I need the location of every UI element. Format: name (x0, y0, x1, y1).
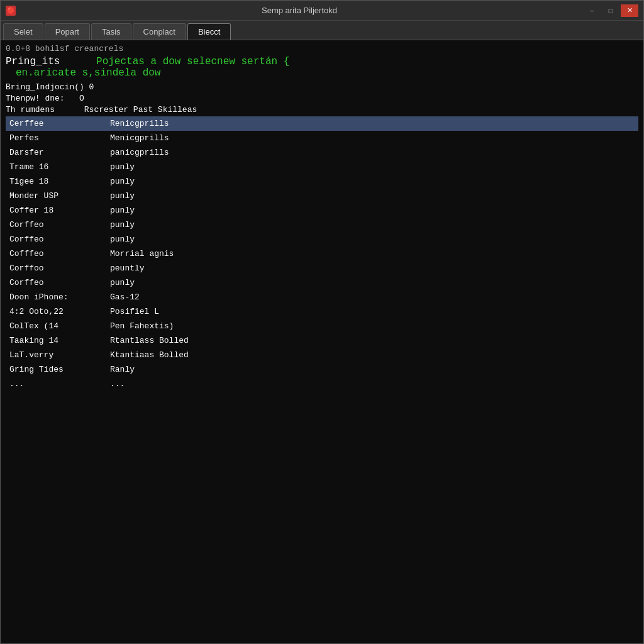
row-col1: ColTex (14 (6, 319, 106, 333)
info-bring: Bring_Indjocin() 0 (6, 82, 638, 92)
row-col1: Cofffeo (6, 247, 106, 261)
row-col2: punly (106, 275, 638, 290)
row-col1: Cerffee (6, 116, 106, 131)
row-col2: Pen Fahextis) (106, 319, 638, 333)
window-controls: − □ ✕ (583, 4, 638, 17)
table-row[interactable]: Corffeopunly (6, 232, 638, 247)
close-button[interactable]: ✕ (621, 4, 638, 17)
table-row[interactable]: CofffeoMorrial agnis (6, 247, 638, 261)
maximize-button[interactable]: □ (602, 4, 619, 17)
row-col1: 4:2 Ooto,22 (6, 304, 106, 319)
window-title: Semp arita Piljertokd (16, 6, 583, 15)
row-col1: Perfes (6, 131, 106, 145)
row-col1: ... (6, 377, 106, 391)
data-table: CerffeeRenicgprillsPerfesMenicgprillsDar… (6, 116, 638, 391)
row-col2: Posifiel L (106, 304, 638, 319)
code-prefix: Pring_its (6, 56, 60, 67)
row-col1: Corffeo (6, 232, 106, 247)
tab-tasis[interactable]: Tasis (91, 23, 131, 40)
table-row[interactable]: ColTex (14Pen Fahextis) (6, 319, 638, 333)
row-col1: Tigee 18 (6, 174, 106, 189)
code-green-line1: Pojectas a dow selecnew sertán { (96, 56, 289, 67)
row-col2: peuntly (106, 261, 638, 275)
row-col1: LaT.verry (6, 348, 106, 362)
tab-conplact[interactable]: Conplact (133, 23, 186, 40)
table-row[interactable]: PerfesMenicgprills (6, 131, 638, 145)
row-col2: punly (106, 189, 638, 203)
table-row[interactable]: Gring TidesRanly (6, 362, 638, 377)
tab-bar: Selet Popart Tasis Conplact Biecct (1, 21, 643, 40)
table-row[interactable]: Corffoopeuntly (6, 261, 638, 275)
table-row[interactable]: Trame 16punly (6, 160, 638, 174)
code-green-line2: en.aricate s,sindela dow (6, 67, 160, 79)
row-col1: Gring Tides (6, 362, 106, 377)
code-line2: en.aricate s,sindela dow (6, 67, 638, 79)
header-line1: 0.0+8 bohilsf creancrels (6, 44, 638, 53)
tab-popart[interactable]: Popart (45, 23, 90, 40)
title-bar-left: 🔴 (6, 6, 16, 16)
row-col2: Ktantiaas Bolled (106, 348, 638, 362)
row-col1: Corffeo (6, 218, 106, 232)
row-col1: Taaking 14 (6, 333, 106, 348)
row-col1: Coffer 18 (6, 203, 106, 218)
row-col2: punly (106, 218, 638, 232)
table-row[interactable]: Corffeopunly (6, 275, 638, 290)
row-col2: Morrial agnis (106, 247, 638, 261)
row-col1: Doon iPhone: (6, 290, 106, 304)
table-row[interactable]: Monder USPpunly (6, 189, 638, 203)
table-row[interactable]: Taaking 14Rtantlass Bolled (6, 333, 638, 348)
row-col2: punly (106, 232, 638, 247)
code-line1: Pring_its Pojectas a dow selecnew sertán… (6, 56, 638, 67)
main-content[interactable]: 0.0+8 bohilsf creancrels Pring_its Pojec… (1, 40, 643, 643)
table-row[interactable]: 4:2 Ooto,22Posifiel L (6, 304, 638, 319)
row-col1: Darsfer (6, 145, 106, 160)
row-col2: Rtantlass Bolled (106, 333, 638, 348)
tab-selet[interactable]: Selet (3, 23, 43, 40)
row-col2: ... (106, 377, 638, 391)
row-col2: punly (106, 203, 638, 218)
table-row[interactable]: LaT.verryKtantiaas Bolled (6, 348, 638, 362)
table-row[interactable]: Coffer 18punly (6, 203, 638, 218)
row-col2: panicgprills (106, 145, 638, 160)
info-th: Th rumdens Rscrester Past Skilleas (6, 105, 638, 114)
row-col2: Menicgprills (106, 131, 638, 145)
row-col2: Gas-12 (106, 290, 638, 304)
tab-biecct[interactable]: Biecct (187, 23, 231, 40)
code-block: Pring_its Pojectas a dow selecnew sertán… (6, 56, 638, 79)
row-col1: Corffeo (6, 275, 106, 290)
table-row[interactable]: Darsferpanicgprills (6, 145, 638, 160)
row-col2: Renicgprills (106, 116, 638, 131)
app-icon: 🔴 (6, 6, 16, 16)
row-col1: Corffoo (6, 261, 106, 275)
table-row[interactable]: Tigee 18punly (6, 174, 638, 189)
main-window: 🔴 Semp arita Piljertokd − □ ✕ Selet Popa… (0, 0, 644, 644)
table-row[interactable]: CerffeeRenicgprills (6, 116, 638, 131)
row-col2: punly (106, 174, 638, 189)
row-col2: punly (106, 160, 638, 174)
row-col1: Trame 16 (6, 160, 106, 174)
minimize-button[interactable]: − (583, 4, 601, 17)
table-row[interactable]: Corffeopunly (6, 218, 638, 232)
title-bar: 🔴 Semp arita Piljertokd − □ ✕ (1, 1, 643, 21)
content-area: 0.0+8 bohilsf creancrels Pring_its Pojec… (1, 40, 643, 643)
row-col2: Ranly (106, 362, 638, 377)
row-col1: Monder USP (6, 189, 106, 203)
table-row[interactable]: ...... (6, 377, 638, 391)
info-thenpw: Thenpw! dne: O (6, 94, 638, 103)
table-row[interactable]: Doon iPhone:Gas-12 (6, 290, 638, 304)
